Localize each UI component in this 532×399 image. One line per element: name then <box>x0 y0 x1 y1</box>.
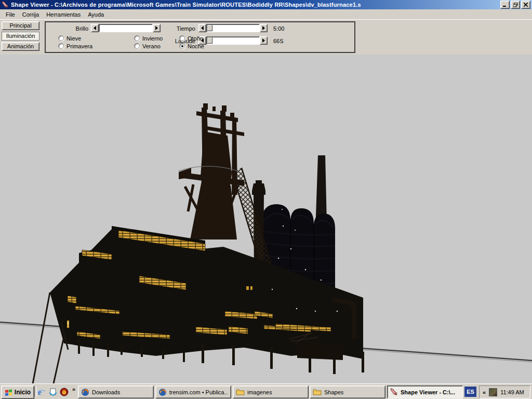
folder-icon <box>313 389 322 396</box>
language-indicator[interactable]: ES <box>464 387 476 397</box>
folder-icon <box>236 389 245 396</box>
brillo-arrow-left-icon[interactable] <box>91 24 99 32</box>
radio-noche-circle[interactable] <box>179 43 185 49</box>
tiempo-arrow-left-icon[interactable] <box>198 24 206 32</box>
menu-corrija[interactable]: Corrija <box>19 10 43 19</box>
task-imagenes[interactable]: imagenes <box>233 385 309 398</box>
radio-invierno[interactable]: Invierno <box>134 35 163 42</box>
brillo-label: Brillo <box>57 25 88 32</box>
firefox-icon <box>81 388 89 396</box>
taskbar: Inicio e » <box>0 383 532 399</box>
brillo-slider[interactable] <box>91 24 161 32</box>
radio-nieve[interactable]: Nieve <box>58 35 81 42</box>
shape-viewer-window: Shape Viewer - C:\Archivos de programa\M… <box>0 0 532 399</box>
tray-chevron[interactable]: « <box>483 389 486 395</box>
tiempo-slider[interactable] <box>198 24 268 32</box>
firefox-icon <box>158 388 167 396</box>
radio-otono[interactable]: Otoño <box>179 35 203 42</box>
brillo-track[interactable] <box>99 24 153 32</box>
radio-nieve-label: Nieve <box>66 35 81 42</box>
radio-otono-circle[interactable] <box>179 35 185 41</box>
radio-verano[interactable]: Verano <box>134 43 161 49</box>
task-label: Downloads <box>92 389 120 395</box>
close-icon <box>524 3 528 7</box>
tab-animacion[interactable]: Animación <box>2 42 39 51</box>
system-tray: « 11:49 AM <box>479 385 530 398</box>
foundation-box <box>297 343 343 360</box>
radio-invierno-circle[interactable] <box>134 35 140 41</box>
menu-file[interactable]: File <box>2 10 19 19</box>
menu-bar: File Corrija Herramientas Ayuda <box>0 9 532 19</box>
shape-viewer-icon <box>2 1 9 8</box>
tiempo-thumb[interactable] <box>207 25 212 31</box>
tiempo-track[interactable] <box>206 24 260 32</box>
tiempo-label: Tiempo <box>169 25 195 32</box>
latitude-arrow-right-icon[interactable] <box>260 36 268 45</box>
start-button[interactable]: Inicio <box>1 385 34 399</box>
internet-explorer-icon[interactable]: e <box>36 387 46 397</box>
blast-furnace-tower <box>179 103 244 240</box>
radio-primavera-circle[interactable] <box>58 43 64 49</box>
task-label: Shape Viewer - C:\... <box>401 389 455 395</box>
outlook-express-icon[interactable] <box>48 387 58 397</box>
radio-invierno-label: Invierno <box>142 35 163 42</box>
radio-noche-label: Noche <box>188 43 204 49</box>
radio-otono-label: Otoño <box>188 35 203 42</box>
latitude-slider[interactable] <box>198 36 268 45</box>
tray-app-icon[interactable] <box>489 388 497 396</box>
radio-primavera-label: Primavera <box>66 43 92 49</box>
windows-logo-icon <box>5 389 12 396</box>
close-button[interactable] <box>521 1 530 9</box>
radio-verano-circle[interactable] <box>134 43 140 49</box>
task-label: imagenes <box>247 389 272 395</box>
brillo-arrow-right-icon[interactable] <box>153 24 161 32</box>
window-title: Shape Viewer - C:\Archivos de programa\M… <box>11 2 500 8</box>
tab-principal[interactable]: Principal <box>2 21 39 30</box>
control-panel: Principal Iluminación Animación Brillo T… <box>0 19 532 55</box>
radio-primavera[interactable]: Primavera <box>58 43 92 49</box>
viewport-3d[interactable] <box>0 55 532 383</box>
tab-iluminacion[interactable]: Iluminación <box>2 32 39 41</box>
menu-herramientas[interactable]: Herramientas <box>43 10 84 19</box>
task-shape-viewer[interactable]: Shape Viewer - C:\... <box>387 385 463 398</box>
menu-ayuda[interactable]: Ayuda <box>84 10 108 19</box>
svg-text:e: e <box>38 388 42 396</box>
latitude-track[interactable] <box>206 36 260 45</box>
tray-clock: 11:49 AM <box>500 389 524 395</box>
task-label: trensim.com • Publica... <box>169 389 228 395</box>
tiempo-value: 5:00 <box>273 25 284 32</box>
titlebar[interactable]: Shape Viewer - C:\Archivos de programa\M… <box>0 0 532 9</box>
shape-viewer-icon <box>390 388 398 396</box>
task-label: Shapes <box>324 389 343 395</box>
radio-verano-label: Verano <box>142 43 161 49</box>
blast-furnace-model <box>0 55 532 383</box>
start-label: Inicio <box>15 389 31 396</box>
quick-launch-overflow-chevron[interactable]: » <box>72 386 75 392</box>
radio-noche[interactable]: Noche <box>179 43 204 49</box>
restore-icon <box>513 3 518 7</box>
latitude-thumb[interactable] <box>207 37 212 44</box>
task-trensim[interactable]: trensim.com • Publica... <box>155 385 231 398</box>
minimize-icon <box>503 3 507 7</box>
radio-nieve-circle[interactable] <box>58 35 64 41</box>
minimize-button[interactable] <box>500 1 510 9</box>
task-shapes[interactable]: Shapes <box>310 385 385 398</box>
task-downloads[interactable]: Downloads <box>78 385 154 398</box>
flame-orb-icon[interactable] <box>59 387 69 397</box>
latitude-value: 66S <box>273 38 284 44</box>
iluminacion-groupbox: Brillo Tiempo 5:00 Latitude 66S <box>45 21 355 53</box>
restore-button[interactable] <box>511 1 520 9</box>
tiempo-arrow-right-icon[interactable] <box>260 24 268 32</box>
